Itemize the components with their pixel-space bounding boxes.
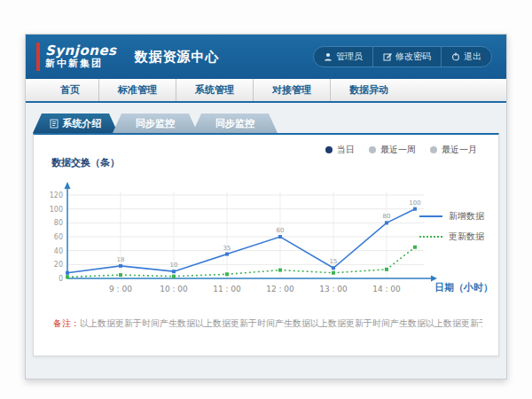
radio-last-week[interactable]: 最近一周	[369, 144, 416, 156]
document-icon	[50, 119, 59, 129]
user-menu-admin[interactable]: 管理员	[314, 47, 372, 66]
power-icon	[451, 52, 460, 61]
radio-last-month[interactable]: 最近一月	[430, 144, 477, 156]
main-nav: 首页 标准管理 系统管理 对接管理 数据异动	[26, 79, 506, 103]
svg-text:60: 60	[54, 233, 63, 241]
page-title: 数据资源中心	[135, 49, 220, 66]
tab-system-intro[interactable]: 系统介绍	[33, 113, 118, 133]
svg-text:10: 10	[170, 262, 178, 269]
logo-red-bar-icon	[36, 43, 40, 71]
radio-label: 最近一周	[380, 144, 416, 156]
svg-text:120: 120	[50, 192, 63, 200]
tab-label: 系统介绍	[63, 117, 102, 130]
page-background: Synjones 新中新集团 数据资源中心 管理员	[0, 0, 532, 399]
x-axis-title: 日期（小时）	[434, 281, 493, 294]
brand-name: Synjones	[45, 43, 117, 58]
radio-unselected-icon	[430, 146, 437, 153]
radio-selected-icon	[325, 146, 332, 153]
svg-text:60: 60	[277, 227, 285, 234]
legend-line-solid-icon	[419, 215, 442, 217]
nav-item-standard-mgmt[interactable]: 标准管理	[98, 79, 176, 101]
svg-text:100: 100	[50, 206, 63, 214]
legend-item-updated-data: 更新数据	[419, 231, 484, 243]
user-icon	[324, 52, 332, 61]
line-chart: 0204060801001209 : 0010 : 0011 : 0012 : …	[44, 174, 461, 316]
nav-item-system-mgmt[interactable]: 系统管理	[176, 79, 253, 101]
radio-today[interactable]: 当日	[325, 144, 355, 156]
chart-panel: 当日 最近一周 最近一月 数据交换（条） 0204060801001209 : …	[33, 133, 499, 356]
user-menu-label: 管理员	[336, 51, 363, 63]
svg-text:14 : 00: 14 : 00	[372, 285, 401, 293]
user-menu-logout[interactable]: 退出	[441, 47, 491, 66]
legend-label: 更新数据	[449, 231, 484, 243]
legend-item-new-data: 新增数据	[419, 210, 484, 223]
footnote-prefix: 备注：	[53, 318, 80, 328]
content-area: 系统介绍 同步监控 同步监控 当日 最近一周	[26, 103, 506, 356]
tab-sync-monitor-1[interactable]: 同步监控	[113, 113, 198, 133]
svg-text:40: 40	[54, 247, 63, 255]
svg-text:0: 0	[59, 275, 63, 283]
svg-text:100: 100	[409, 200, 420, 207]
user-menu-label: 退出	[464, 51, 481, 63]
user-menu-label: 修改密码	[395, 51, 431, 63]
nav-item-interface-mgmt[interactable]: 对接管理	[253, 79, 330, 101]
footnote: 备注：以上数据更新于时间产生数据以上数据更新于时间产生数据以上数据更新于时间产生…	[53, 317, 482, 330]
user-menu-change-password[interactable]: 修改密码	[372, 47, 441, 66]
footnote-text: 以上数据更新于时间产生数据以上数据更新于时间产生数据以上数据更新于时间产生数据以…	[80, 318, 482, 328]
time-filter-group: 当日 最近一周 最近一月	[325, 144, 477, 156]
company-name: 新中新集团	[45, 58, 117, 70]
svg-text:18: 18	[117, 256, 125, 263]
radio-unselected-icon	[369, 146, 376, 153]
nav-item-data-change[interactable]: 数据异动	[330, 79, 407, 101]
svg-text:11 : 00: 11 : 00	[213, 285, 241, 293]
nav-item-home[interactable]: 首页	[42, 79, 98, 101]
svg-text:80: 80	[383, 213, 391, 220]
chart-legend: 新增数据 更新数据	[419, 210, 484, 251]
radio-label: 当日	[337, 144, 355, 156]
user-menu: 管理员 修改密码 退出	[313, 46, 492, 67]
svg-text:80: 80	[54, 219, 63, 227]
svg-text:15: 15	[330, 258, 338, 265]
brand-logo: Synjones 新中新集团	[36, 43, 117, 71]
tab-label: 同步监控	[215, 117, 254, 130]
app-window: Synjones 新中新集团 数据资源中心 管理员	[25, 34, 507, 379]
tab-bar: 系统介绍 同步监控 同步监控	[33, 113, 506, 133]
svg-text:35: 35	[223, 245, 231, 252]
svg-text:12 : 00: 12 : 00	[266, 285, 294, 293]
radio-label: 最近一月	[442, 144, 477, 156]
svg-text:13 : 00: 13 : 00	[319, 285, 348, 293]
svg-text:9 : 00: 9 : 00	[109, 285, 132, 293]
tab-label: 同步监控	[136, 117, 175, 130]
app-header: Synjones 新中新集团 数据资源中心 管理员	[26, 35, 506, 79]
svg-text:20: 20	[54, 261, 63, 269]
legend-line-dotted-icon	[419, 236, 442, 238]
y-axis-title: 数据交换（条）	[51, 156, 120, 169]
legend-label: 新增数据	[449, 210, 484, 223]
svg-text:10 : 00: 10 : 00	[160, 285, 188, 293]
tab-sync-monitor-2[interactable]: 同步监控	[192, 113, 278, 133]
edit-icon	[383, 52, 392, 61]
